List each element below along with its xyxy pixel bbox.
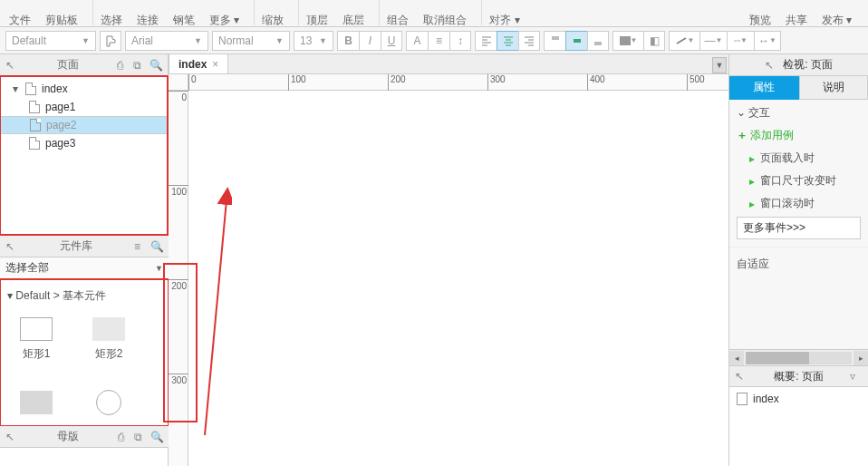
event-scroll[interactable]: ▸窗口滚动时: [737, 196, 861, 211]
ellipse-icon: [96, 390, 121, 415]
right-sidebar: ↖ 检视: 页面 属性 说明 ⌄ 交互 ＋ 添加用例 ▸页面载入时 ▸窗口尺寸改…: [728, 54, 868, 466]
close-icon[interactable]: ×: [212, 58, 218, 71]
align-center-button[interactable]: [497, 31, 518, 51]
align-left-button[interactable]: [475, 31, 497, 51]
page-icon: [29, 101, 40, 113]
publish-menu[interactable]: 发布 ▾: [818, 0, 855, 28]
inspector-scrollbar[interactable]: ◂ ▸: [729, 349, 868, 365]
more-tools[interactable]: 更多 ▾: [206, 0, 243, 28]
ruler-corner: [169, 74, 188, 91]
left-sidebar: ↖ 页面 ⎙ ⧉ 🔍 ▾ index page1 page2 page3: [0, 54, 169, 466]
bold-button[interactable]: B: [337, 31, 359, 51]
page-icon: [25, 83, 36, 95]
pages-tree: ▾ index page1 page2 page3: [0, 76, 168, 235]
fill-color-button[interactable]: ▼: [612, 31, 643, 51]
group-button[interactable]: 组合: [383, 0, 412, 28]
tree-root[interactable]: ▾ index: [0, 80, 168, 98]
add-folder-icon[interactable]: ⧉: [134, 431, 147, 443]
bullets-button[interactable]: ≡: [428, 31, 449, 51]
scroll-left[interactable]: ◂: [729, 351, 744, 365]
pen-tool[interactable]: 钢笔: [169, 0, 198, 28]
align-middle-button[interactable]: [565, 31, 587, 51]
page-icon: [29, 137, 40, 150]
search-icon[interactable]: 🔍: [149, 59, 162, 72]
inspector-tabs: 属性 说明: [729, 76, 868, 100]
line-color-button[interactable]: ▼: [669, 31, 699, 51]
widget-rect3[interactable]: [0, 371, 72, 426]
italic-button[interactable]: I: [359, 31, 381, 51]
adaptive-section[interactable]: 自适应: [729, 247, 868, 281]
pages-panel-header: ↖ 页面 ⎙ ⧉ 🔍: [0, 54, 168, 76]
menu-icon[interactable]: ≡: [134, 240, 147, 253]
weight-select[interactable]: Normal▼: [212, 31, 290, 51]
align-top-button[interactable]: [544, 31, 565, 51]
text-color-button[interactable]: A: [406, 31, 428, 51]
line-width-button[interactable]: — ▼: [699, 31, 727, 51]
preview-button[interactable]: 预览: [746, 0, 775, 28]
clipboard-group[interactable]: 剪贴板: [42, 0, 82, 28]
tab-notes[interactable]: 说明: [799, 76, 869, 100]
canvas[interactable]: [188, 91, 728, 466]
event-onload[interactable]: ▸页面载入时: [737, 150, 861, 166]
library-panel-header: ↖ 元件库 ≡ 🔍: [0, 236, 169, 257]
inspector-header: ↖ 检视: 页面: [729, 54, 868, 76]
horizontal-ruler[interactable]: 0100200300400500: [188, 74, 728, 91]
inspector-title: 检视: 页面: [783, 57, 833, 73]
page-name: page3: [45, 137, 75, 150]
filter-icon[interactable]: ▿: [850, 370, 863, 383]
more-events-button[interactable]: 更多事件>>>: [737, 217, 861, 239]
collapse-icon[interactable]: ↖: [5, 240, 18, 253]
widget-rect2[interactable]: 矩形2: [72, 307, 145, 371]
tab-dropdown[interactable]: ▼: [712, 57, 727, 73]
style-paint-button[interactable]: [100, 31, 121, 51]
outline-row[interactable]: index: [737, 393, 861, 405]
search-icon[interactable]: 🔍: [150, 240, 163, 253]
v-align-group: [544, 31, 609, 51]
opacity-button[interactable]: ◧: [643, 31, 665, 51]
font-select[interactable]: Arial▼: [125, 31, 208, 51]
share-button[interactable]: 共享: [782, 0, 811, 28]
collapse-icon[interactable]: ↖: [5, 431, 18, 443]
search-icon[interactable]: 🔍: [150, 431, 163, 443]
line-dash-button[interactable]: ┄ ▼: [727, 31, 754, 51]
add-case-link[interactable]: ＋ 添加用例: [737, 128, 861, 143]
align-bottom-button[interactable]: [587, 31, 609, 51]
arrow-style-button[interactable]: ↔ ▼: [754, 31, 781, 51]
add-folder-icon[interactable]: ⧉: [133, 59, 146, 72]
collapse-icon[interactable]: ↖: [735, 370, 747, 383]
add-master-icon[interactable]: ⎙: [118, 431, 130, 443]
scroll-thumb[interactable]: [746, 352, 809, 364]
connect-tool[interactable]: 连接: [133, 0, 162, 28]
tree-child[interactable]: page3: [0, 134, 168, 152]
line-spacing-button[interactable]: ↕: [449, 31, 471, 51]
style-select[interactable]: Default▼: [5, 31, 96, 51]
page-icon: [737, 393, 747, 405]
file-menu[interactable]: 文件: [5, 0, 34, 28]
send-back[interactable]: 底层: [339, 0, 368, 28]
size-select[interactable]: 13▼: [294, 31, 333, 51]
underline-button[interactable]: U: [381, 31, 402, 51]
add-page-icon[interactable]: ⎙: [117, 59, 130, 72]
align-right-button[interactable]: [518, 31, 540, 51]
event-resize[interactable]: ▸窗口尺寸改变时: [737, 173, 861, 189]
collapse-icon[interactable]: ↖: [5, 59, 18, 72]
page-icon: [30, 119, 41, 131]
select-tool[interactable]: 选择: [97, 0, 126, 28]
tree-child-selected[interactable]: page2: [0, 116, 168, 134]
zoom-control[interactable]: 缩放: [258, 0, 287, 28]
interactions-header[interactable]: ⌄ 交互: [737, 105, 861, 121]
library-group[interactable]: ▾ Default > 基本元件: [0, 285, 169, 307]
collapse-icon[interactable]: ↖: [765, 59, 777, 72]
align-menu[interactable]: 对齐 ▾: [486, 0, 523, 28]
toggle-icon[interactable]: ▾: [11, 83, 20, 95]
tab-properties[interactable]: 属性: [729, 76, 799, 100]
bring-front[interactable]: 顶层: [303, 0, 332, 28]
library-filter[interactable]: 选择全部▼: [0, 257, 169, 279]
canvas-tab[interactable]: index×: [169, 53, 228, 73]
tree-child[interactable]: page1: [0, 98, 168, 116]
widget-ellipse[interactable]: [72, 371, 145, 426]
scroll-right[interactable]: ▸: [854, 351, 868, 365]
widget-rect1[interactable]: 矩形1: [0, 307, 72, 371]
vertical-ruler[interactable]: 0100200300400: [169, 91, 188, 466]
ungroup-button[interactable]: 取消组合: [420, 0, 470, 28]
